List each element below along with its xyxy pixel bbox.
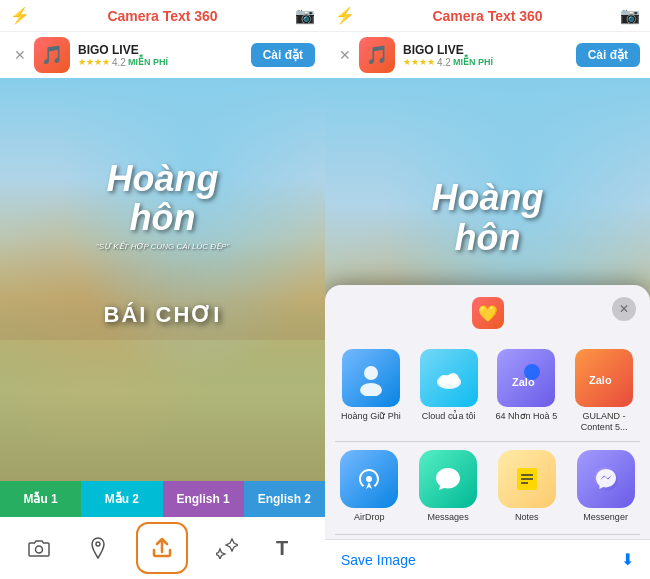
right-ad-stars: ★★★★ [403,57,435,67]
left-tab-mau2[interactable]: Mẫu 2 [81,481,162,517]
left-lightning-icon: ⚡ [10,6,30,25]
right-calligraphy-line1: Hoàng [358,178,618,218]
left-bottom-overlay: BÁI CHƠI [16,302,309,328]
left-ad-logo: 🎵 [34,37,70,73]
left-ad-rating: ★★★★ 4.2 MIỄN PHÍ [78,57,243,68]
right-ad-close-button[interactable]: ✕ [339,47,351,63]
left-main-image: Hoàng hôn "SỰ KẾT HỢP CÙNG CÁI LÚC ĐẸP" … [0,78,325,481]
share-app-64nhon[interactable]: Zalo 64 Nhơn Hoà 5 [491,349,563,433]
left-tab-eng1[interactable]: English 1 [163,481,244,517]
messages-label: Messages [428,512,469,522]
notes-icon [498,450,556,508]
share-app-thumb-guland: Zalo [575,349,633,407]
right-ad-info: BIGO LIVE ★★★★ 4.2 MIỄN PHÍ [403,43,568,68]
left-magic-toolbar-button[interactable] [207,528,247,568]
left-ad-name: BIGO LIVE [78,43,243,57]
svg-point-3 [364,366,378,380]
share-app-hoang-giu-phi[interactable]: Hoàng Giữ Phi [335,349,407,433]
svg-point-1 [96,542,100,546]
share-action-messages[interactable]: Messages [414,450,483,522]
share-app-label-guland: GULAND - Content 5... [568,411,640,433]
left-tab-mau1[interactable]: Mẫu 1 [0,481,81,517]
messenger-icon [577,450,635,508]
share-app-thumb-cloud [420,349,478,407]
share-app-label-cloud: Cloud của tôi [422,411,476,422]
right-camera-icon: 📷 [620,6,640,25]
share-save-label: Save Image [341,552,416,568]
share-app-guland[interactable]: Zalo GULAND - Content 5... [568,349,640,433]
left-ad-info: BIGO LIVE ★★★★ 4.2 MIỄN PHÍ [78,43,243,68]
right-ad-logo: 🎵 [359,37,395,73]
share-save-icon: ⬇ [621,550,634,569]
left-calligraphy-line2: hôn [33,198,293,238]
left-ad-rating-value: 4.2 [112,57,126,68]
left-top-bar: ⚡ Camera Text 360 📷 [0,0,325,31]
right-calligraphy-line2: hôn [358,218,618,258]
messages-icon [419,450,477,508]
right-ad-rating: ★★★★ 4.2 MIỄN PHÍ [403,57,568,68]
messenger-label: Messenger [583,512,628,522]
left-ad-close-button[interactable]: ✕ [14,47,26,63]
airdrop-label: AirDrop [354,512,385,522]
right-main-image: Hoàng hôn 💛 ✕ Hoàng Giữ Phi [325,78,650,579]
left-camera-icon: 📷 [295,6,315,25]
share-app-label-hoang: Hoàng Giữ Phi [341,411,401,422]
share-apps-row: Hoàng Giữ Phi Cloud của tôi Zalo [325,341,650,437]
left-ad-tag: MIỄN PHÍ [128,57,168,67]
share-divider-1 [335,441,640,442]
left-location-toolbar-button[interactable] [78,528,118,568]
left-big-label: BÁI CHƠI [16,302,309,328]
left-calligraphy-line1: Hoàng [33,159,293,199]
right-top-bar: ⚡ Camera Text 360 📷 [325,0,650,31]
share-app-thumb-hoang [342,349,400,407]
left-image-text: Hoàng hôn "SỰ KẾT HỢP CÙNG CÁI LÚC ĐẸP" [33,159,293,251]
right-panel: ⚡ Camera Text 360 📷 ✕ 🎵 BIGO LIVE ★★★★ 4… [325,0,650,579]
svg-text:T: T [276,537,288,559]
right-lightning-icon: ⚡ [335,6,355,25]
left-ad-bar: ✕ 🎵 BIGO LIVE ★★★★ 4.2 MIỄN PHÍ Cài đặt [0,31,325,78]
right-app-title: Camera Text 360 [355,8,620,24]
share-app-cloud[interactable]: Cloud của tôi [413,349,485,433]
airdrop-icon [340,450,398,508]
share-app-thumb-photo: Zalo [497,349,555,407]
share-action-messenger[interactable]: Messenger [571,450,640,522]
left-camera-toolbar-button[interactable] [19,528,59,568]
share-sheet-app-icon: 💛 [472,297,504,329]
left-app-title: Camera Text 360 [30,8,295,24]
share-divider-2 [335,534,640,535]
notes-label: Notes [515,512,539,522]
svg-point-11 [366,476,372,482]
left-text-toolbar-button[interactable]: T [266,528,306,568]
share-sheet: 💛 ✕ Hoàng Giữ Phi Cloud của tôi [325,285,650,579]
left-tab-eng2[interactable]: English 2 [244,481,325,517]
svg-point-4 [360,383,382,396]
right-ad-tag: MIỄN PHÍ [453,57,493,67]
svg-point-9 [524,364,540,380]
left-tabs-bar: Mẫu 1 Mẫu 2 English 1 English 2 [0,481,325,517]
share-save-row[interactable]: Save Image ⬇ [325,539,650,579]
left-bottom-toolbar: T [0,517,325,579]
left-panel: ⚡ Camera Text 360 📷 ✕ 🎵 BIGO LIVE ★★★★ 4… [0,0,325,579]
share-actions-row: AirDrop Messages [325,446,650,530]
left-sub-text: "SỰ KẾT HỢP CÙNG CÁI LÚC ĐẸP" [33,242,293,251]
right-ad-name: BIGO LIVE [403,43,568,57]
share-action-notes[interactable]: Notes [493,450,562,522]
left-ad-install-button[interactable]: Cài đặt [251,43,315,67]
svg-text:Zalo: Zalo [589,374,612,386]
right-ad-bar: ✕ 🎵 BIGO LIVE ★★★★ 4.2 MIỄN PHÍ Cài đặt [325,31,650,78]
left-share-toolbar-button[interactable] [136,522,188,574]
right-ad-install-button[interactable]: Cài đặt [576,43,640,67]
svg-point-7 [447,373,459,385]
left-ad-stars: ★★★★ [78,57,110,67]
share-app-label-64nhon: 64 Nhơn Hoà 5 [496,411,558,422]
svg-point-0 [36,546,43,553]
right-ad-rating-value: 4.2 [437,57,451,68]
right-image-text: Hoàng hôn [358,178,618,257]
share-action-airdrop[interactable]: AirDrop [335,450,404,522]
